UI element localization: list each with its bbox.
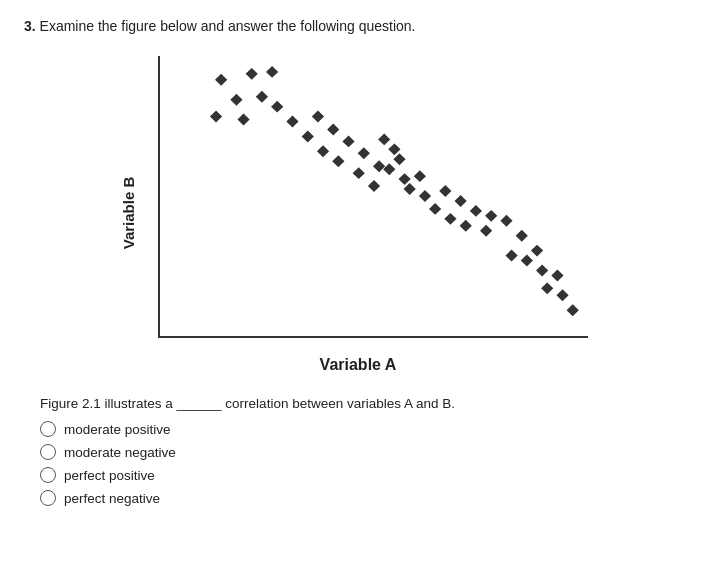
- chart-container: Variable B: [128, 48, 588, 378]
- svg-marker-18: [368, 180, 380, 192]
- svg-marker-16: [353, 167, 365, 179]
- svg-marker-5: [210, 111, 222, 123]
- svg-marker-20: [388, 143, 400, 155]
- chart-frame: [158, 56, 588, 338]
- option-label-3[interactable]: perfect positive: [64, 468, 155, 483]
- y-axis-label: Variable B: [120, 177, 137, 250]
- svg-marker-30: [485, 210, 497, 222]
- option-label-1[interactable]: moderate positive: [64, 422, 171, 437]
- svg-marker-34: [516, 230, 528, 242]
- svg-marker-42: [444, 213, 456, 225]
- svg-marker-24: [404, 183, 416, 195]
- x-axis-label: Variable A: [128, 356, 588, 374]
- svg-marker-8: [286, 116, 298, 128]
- option-row-1[interactable]: moderate positive: [40, 421, 692, 437]
- option-row-2[interactable]: moderate negative: [40, 444, 692, 460]
- svg-marker-44: [541, 282, 553, 294]
- svg-marker-28: [455, 195, 467, 207]
- option-radio-2[interactable]: [40, 444, 56, 460]
- svg-marker-3: [230, 94, 242, 106]
- option-radio-3[interactable]: [40, 467, 56, 483]
- svg-marker-33: [500, 215, 512, 227]
- option-row-4[interactable]: perfect negative: [40, 490, 692, 506]
- svg-marker-11: [327, 124, 339, 136]
- svg-marker-17: [373, 160, 385, 172]
- svg-marker-7: [271, 101, 283, 113]
- option-row-3[interactable]: perfect positive: [40, 467, 692, 483]
- svg-marker-27: [439, 185, 451, 197]
- svg-marker-36: [531, 245, 543, 257]
- svg-marker-1: [246, 68, 258, 80]
- option-label-2[interactable]: moderate negative: [64, 445, 176, 460]
- question-instruction: Examine the figure below and answer the …: [40, 18, 416, 34]
- svg-marker-19: [378, 133, 390, 145]
- question-header: 3. Examine the figure below and answer t…: [24, 18, 692, 34]
- svg-marker-4: [256, 91, 268, 103]
- svg-marker-41: [429, 203, 441, 215]
- option-label-4[interactable]: perfect negative: [64, 491, 160, 506]
- svg-marker-12: [317, 145, 329, 157]
- option-radio-1[interactable]: [40, 421, 56, 437]
- svg-marker-0: [215, 74, 227, 86]
- svg-marker-32: [480, 225, 492, 237]
- svg-marker-21: [393, 153, 405, 165]
- svg-marker-10: [302, 130, 314, 142]
- svg-marker-14: [332, 155, 344, 167]
- question-number: 3.: [24, 18, 36, 34]
- svg-marker-39: [556, 289, 568, 301]
- figure-caption: Figure 2.1 illustrates a ______ correlat…: [40, 396, 692, 411]
- chart-area: Variable B: [24, 48, 692, 378]
- svg-marker-9: [312, 111, 324, 123]
- svg-marker-22: [383, 163, 395, 175]
- scatter-plot: [160, 56, 588, 336]
- svg-marker-23: [398, 173, 410, 185]
- svg-marker-35: [505, 250, 517, 262]
- question-container: 3. Examine the figure below and answer t…: [24, 18, 692, 506]
- svg-marker-13: [342, 135, 354, 147]
- svg-marker-38: [551, 269, 563, 281]
- svg-marker-6: [237, 114, 249, 126]
- svg-marker-29: [470, 205, 482, 217]
- caption-area: Figure 2.1 illustrates a ______ correlat…: [24, 396, 692, 506]
- svg-marker-31: [460, 220, 472, 232]
- option-radio-4[interactable]: [40, 490, 56, 506]
- answer-options: moderate positive moderate negative perf…: [40, 421, 692, 506]
- svg-marker-15: [358, 147, 370, 159]
- svg-marker-25: [414, 170, 426, 182]
- svg-marker-2: [266, 66, 278, 78]
- svg-marker-37: [536, 265, 548, 277]
- svg-marker-43: [521, 255, 533, 267]
- svg-marker-40: [567, 304, 579, 316]
- svg-marker-26: [419, 190, 431, 202]
